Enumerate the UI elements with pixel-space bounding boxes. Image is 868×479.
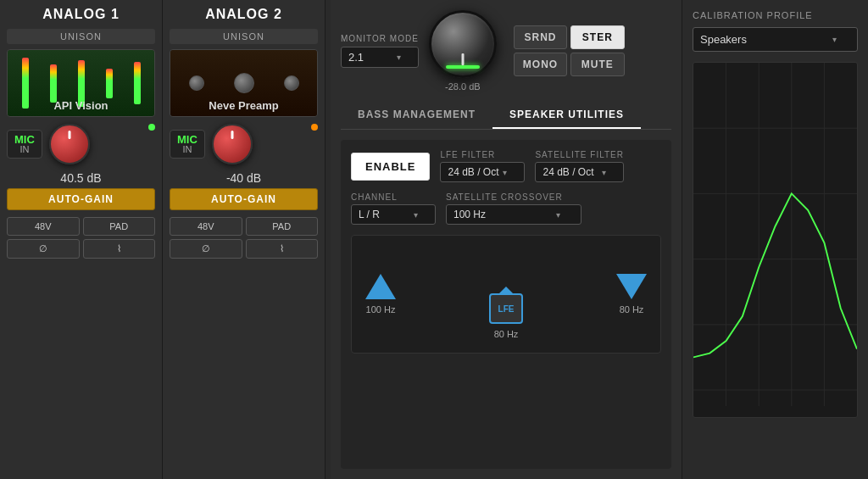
right-speaker-freq: 80 Hz [620,304,644,315]
lfe-filter-dropdown[interactable]: 24 dB / Oct ▾ [440,162,525,182]
crossover-value: 100 Hz [453,209,486,220]
channel2-gain-knob[interactable] [212,124,253,164]
monitor-mode-value: 2.1 [348,51,364,64]
satellite-filter-group: SATELLITE FILTER 24 dB / Oct ▾ [535,150,624,182]
tab-speaker-utilities[interactable]: SPEAKER UTILITIES [492,102,641,129]
channel-label: CHANNEL [351,192,436,202]
calibration-value: Speakers [700,33,747,46]
bass-management-panel: ENABLE LFE FILTER 24 dB / Oct ▾ SATELLIT… [341,140,671,469]
right-speaker-triangle [616,274,647,299]
channel1-status-dot [148,124,155,131]
channel2-phase-button[interactable]: ∅ [170,239,242,259]
monitor-mode-dropdown[interactable]: 2.1 ▾ [341,47,419,68]
chevron-down-icon: ▾ [503,168,507,177]
channel2-plugin-name: Neve Preamp [170,99,317,112]
left-speaker-freq: 100 Hz [366,304,396,315]
channel2-pad-button[interactable]: PAD [246,217,319,236]
chevron-down-icon: ▾ [414,210,418,220]
calibration-title: CALIBRATION PROFILE [693,10,858,20]
lfe-filter-label: LFE FILTER [440,150,525,159]
channel1-unison: UNISON [7,29,155,44]
mono-button[interactable]: MONO [514,53,567,76]
channel2-gain-value: -40 dB [170,171,318,185]
channel-analog2: ANALOG 2 UNISON Neve Preamp MIC IN -40 d… [163,0,326,479]
lfe-filter-value: 24 dB / Oct [448,166,498,178]
enable-button[interactable]: ENABLE [351,153,430,181]
left-speaker-icon: 100 Hz [365,274,396,315]
chevron-down-icon: ▾ [832,35,837,44]
lfe-filter-group: LFE FILTER 24 dB / Oct ▾ [440,150,525,182]
panel-tabs: BASS MANAGEMENT SPEAKER UTILITIES [341,102,671,130]
mute-button[interactable]: MUTE [570,53,624,76]
calibration-chart [693,62,858,418]
channel1-filter-button[interactable]: ⌇ [83,239,156,259]
channel2-mic-in-button[interactable]: MIC IN [170,130,205,159]
crossover-label: SATELLITE CROSSOVER [446,192,581,202]
chevron-down-icon: ▾ [556,210,560,220]
monitor-mode-label: MONITOR MODE [341,34,419,43]
channel1-in-label: IN [19,145,29,154]
channel1-pad-button[interactable]: PAD [83,217,156,236]
lfe-box: LFE [489,293,523,324]
satellite-filter-label: SATELLITE FILTER [535,150,624,159]
channel2-filter-button[interactable]: ⌇ [246,239,319,259]
lfe-freq: 80 Hz [494,329,519,339]
ster-button[interactable]: STER [570,25,624,49]
left-speaker-triangle [365,274,396,299]
satellite-filter-value: 24 dB / Oct [542,166,593,178]
channel1-phase-button[interactable]: ∅ [7,239,80,259]
channel-value: L / R [359,209,380,220]
chevron-down-icon: ▾ [602,168,606,177]
lfe-label: LFE [498,304,515,314]
channel2-plugin-preview[interactable]: Neve Preamp [170,49,318,117]
channel-group: CHANNEL L / R ▾ [351,192,436,225]
channel2-status-dot [311,124,318,131]
channel2-unison: UNISON [170,29,318,44]
monitor-volume-knob[interactable] [429,10,497,78]
tab-bass-management[interactable]: BASS MANAGEMENT [341,102,492,129]
channel1-gain-knob[interactable] [49,124,90,164]
chevron-down-icon: ▾ [397,53,401,62]
channel-row: CHANNEL L / R ▾ SATELLITE CROSSOVER 100 … [351,192,661,225]
channel1-plugin-preview[interactable]: API Vision [7,49,155,117]
bass-top-row: ENABLE LFE FILTER 24 dB / Oct ▾ SATELLIT… [351,150,661,182]
monitor-buttons-group: SRND STER MONO MUTE [514,25,625,76]
monitor-db-label: -28.0 dB [445,81,481,92]
srnd-button[interactable]: SRND [514,25,567,49]
crossover-dropdown[interactable]: 100 Hz ▾ [446,204,581,225]
channel2-in-label: IN [182,145,192,154]
crossover-group: SATELLITE CROSSOVER 100 Hz ▾ [446,192,581,225]
speaker-diagram: 100 Hz LFE 80 Hz 80 Hz [351,235,661,354]
channel2-title: ANALOG 2 [170,7,318,22]
channel1-auto-gain-button[interactable]: AUTO-GAIN [7,188,155,210]
channel1-mic-in-button[interactable]: MIC IN [7,130,42,159]
monitor-volume-knob-container: -28.0 dB [429,10,497,92]
satellite-filter-dropdown[interactable]: 24 dB / Oct ▾ [535,162,624,182]
channel1-plugin-name: API Vision [8,99,154,112]
channel2-auto-gain-button[interactable]: AUTO-GAIN [170,188,318,210]
channel-analog1: ANALOG 1 UNISON API Vision MIC IN 40.5 d… [0,0,163,479]
channel1-48v-button[interactable]: 48V [7,217,80,236]
channel1-gain-value: 40.5 dB [7,171,155,185]
right-speaker-icon: 80 Hz [616,274,647,315]
channel1-title: ANALOG 1 [7,7,155,22]
channel-dropdown[interactable]: L / R ▾ [351,204,436,225]
right-panel: CALIBRATION PROFILE Speakers ▾ [682,0,868,479]
channel2-48v-button[interactable]: 48V [170,217,242,236]
center-panel: MONITOR MODE 2.1 ▾ -28.0 dB SRND STER MO… [331,0,682,479]
lfe-speaker-icon: LFE 80 Hz [489,293,523,339]
monitor-section: MONITOR MODE 2.1 ▾ -28.0 dB SRND STER MO… [341,10,671,92]
calibration-profile-dropdown[interactable]: Speakers ▾ [693,27,858,52]
monitor-mode-control: MONITOR MODE 2.1 ▾ [341,34,419,68]
